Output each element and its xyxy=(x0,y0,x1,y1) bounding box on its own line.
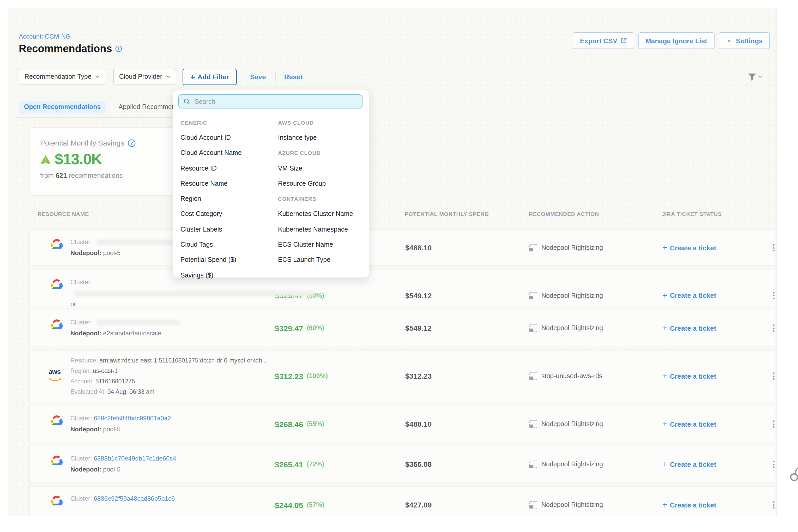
recommendation-type-filter[interactable]: Recommendation Type xyxy=(19,69,106,84)
gcp-cloud-icon xyxy=(51,495,62,508)
redacted-cluster-name xyxy=(97,240,185,245)
reset-filter-button[interactable]: Reset xyxy=(284,73,303,81)
create-ticket-link[interactable]: +Create a ticket xyxy=(662,372,716,380)
create-ticket-link[interactable]: +Create a ticket xyxy=(662,460,716,468)
create-ticket-label: Create a ticket xyxy=(670,244,716,252)
info-icon[interactable] xyxy=(115,45,122,52)
recommended-action-cell: stop-unused-aws-rds xyxy=(529,350,662,402)
potential-savings-cell: $244.05(57%) xyxy=(275,487,405,516)
dropdown-filter-option[interactable]: Resource Group xyxy=(278,180,326,187)
savings-value: $312.23 xyxy=(275,372,303,380)
potential-savings-cell: $265.41(72%) xyxy=(275,446,405,482)
create-ticket-label: Create a ticket xyxy=(670,324,716,332)
dropdown-filter-option[interactable]: Potential Spend ($) xyxy=(180,256,236,264)
filter-panel-toggle[interactable] xyxy=(748,73,762,81)
dropdown-filter-option[interactable]: Kubernetes Cluster Name xyxy=(278,210,353,218)
create-ticket-link[interactable]: +Create a ticket xyxy=(662,324,716,332)
action-label: Nodepool Rightsizing xyxy=(542,244,603,251)
recommendation-type-icon xyxy=(529,420,537,428)
recommendations-page: Account: CCM-NG Recommendations Export C… xyxy=(8,8,777,516)
provider-icon-cell: aws xyxy=(30,350,62,402)
dropdown-filter-option[interactable]: Resource ID xyxy=(180,165,217,172)
dropdown-filter-option[interactable]: Kubernetes Namespace xyxy=(278,226,348,233)
action-label: Nodepool Rightsizing xyxy=(542,420,603,428)
plus-icon: + xyxy=(190,72,195,81)
dropdown-filter-option[interactable]: Cluster Labels xyxy=(180,226,222,233)
recommendation-count: 621 xyxy=(56,172,67,179)
savings-percent: (57%) xyxy=(307,501,324,509)
manage-ignore-list-button[interactable]: Manage Ignore List xyxy=(638,32,715,49)
chevron-down-icon xyxy=(95,75,100,78)
table-row: awsResource: arn:aws:rds:us-east-1:51161… xyxy=(29,350,777,402)
cluster-line: Cluster: 6886e92f59a48cad86b5b1c6 xyxy=(71,493,275,505)
cluster-link-fragment[interactable]: or xyxy=(71,300,76,308)
cluster-link[interactable]: 6888b1c70e49db17c1de60c4 xyxy=(94,455,176,462)
dropdown-search[interactable] xyxy=(178,94,362,109)
dropdown-filter-option[interactable]: ECS Launch Type xyxy=(278,256,330,264)
dropdown-filter-option[interactable]: Cloud Account ID xyxy=(180,134,231,141)
help-icon[interactable]: ? xyxy=(128,139,136,147)
plus-icon: + xyxy=(662,420,667,428)
provider-icon-cell xyxy=(30,310,62,346)
add-filter-label: Add Filter xyxy=(198,73,229,81)
dropdown-filter-option[interactable]: Resource Name xyxy=(180,180,228,187)
spend-value: $488.10 xyxy=(405,244,432,252)
spend-value: $488.10 xyxy=(405,420,432,428)
dropdown-filter-option[interactable]: Instance type xyxy=(278,134,317,141)
monthly-spend-cell: $366.08 xyxy=(405,446,529,482)
chevron-down-icon xyxy=(758,75,762,78)
dropdown-filter-option[interactable]: VM Size xyxy=(278,165,302,172)
provider-icon-cell xyxy=(30,487,62,516)
provider-icon-cell xyxy=(30,446,62,482)
recommended-action-cell: Nodepool Rightsizing xyxy=(529,446,662,482)
create-ticket-link[interactable]: +Create a ticket xyxy=(662,420,716,428)
nodepool-line: Nodepool: e2standar4autoscale xyxy=(71,328,275,339)
resource-detail-line: Resource: arn:aws:rds:us-east-1:51161680… xyxy=(71,355,275,366)
dropdown-filter-option[interactable]: Region xyxy=(180,195,201,202)
account-breadcrumb[interactable]: Account: CCM-NG xyxy=(19,33,71,40)
dropdown-section-header: AWS CLOUD xyxy=(278,119,314,126)
dropdown-search-input[interactable] xyxy=(193,97,357,106)
add-filter-button[interactable]: + Add Filter xyxy=(183,69,237,85)
dropdown-filter-option[interactable]: Cloud Account Name xyxy=(180,149,242,156)
jira-ticket-cell: +Create a ticket xyxy=(662,406,768,442)
resource-name-cell: Resource: arn:aws:rds:us-east-1:51161680… xyxy=(62,350,275,402)
create-ticket-label: Create a ticket xyxy=(670,420,716,428)
dropdown-filter-option[interactable]: Savings ($) xyxy=(180,271,213,279)
chat-bubbles-icon xyxy=(789,466,798,484)
create-ticket-label: Create a ticket xyxy=(670,291,716,299)
save-filter-button[interactable]: Save xyxy=(250,73,266,81)
cluster-link[interactable]: 688c2fefc84fbdc99801a0a2 xyxy=(94,415,171,422)
chat-help-bubble[interactable] xyxy=(789,466,798,487)
action-label: Nodepool Rightsizing xyxy=(542,324,603,332)
resource-name-cell: Cluster: Nodepool: e2standar4autoscale xyxy=(62,310,275,346)
gcp-cloud-icon xyxy=(51,239,62,251)
page-title-text: Recommendations xyxy=(19,43,112,55)
funnel-icon xyxy=(748,73,756,81)
table-header: RESOURCE NAME POTENTIAL MONTHLY SPEND RE… xyxy=(29,211,777,218)
cluster-link[interactable]: 6886e92f59a48cad86b5b1c6 xyxy=(94,495,175,502)
potential-savings-cell: $329.47(60%) xyxy=(275,310,405,346)
resource-detail-line: Evaluated At: 04 Aug, 06:33 am xyxy=(71,386,275,397)
spend-value: $549.12 xyxy=(405,324,432,332)
settings-button[interactable]: Settings xyxy=(719,32,770,49)
potential-savings-cell: $268.46(55%) xyxy=(275,406,405,442)
filter-bar: Recommendation Type Cloud Provider + Add… xyxy=(19,65,776,88)
savings-subtext: from 621 recommendations xyxy=(40,172,123,179)
dropdown-filter-option[interactable]: Cloud Tags xyxy=(180,241,213,248)
export-csv-button[interactable]: Export CSV xyxy=(573,32,634,49)
create-ticket-link[interactable]: +Create a ticket xyxy=(662,244,716,252)
gcp-cloud-icon xyxy=(51,319,62,331)
create-ticket-link[interactable]: +Create a ticket xyxy=(662,291,716,300)
dropdown-generic-column: GENERICCloud Account IDCloud Account Nam… xyxy=(180,115,274,283)
table-row: Cluster: 688c2fefc84fbdc99801a0a2Nodepoo… xyxy=(29,406,777,442)
tab-open-recommendations[interactable]: Open Recommendations xyxy=(19,101,106,114)
svg-text:?: ? xyxy=(130,140,133,146)
dropdown-filter-option[interactable]: ECS Cluster Name xyxy=(278,241,333,248)
cloud-provider-filter[interactable]: Cloud Provider xyxy=(113,69,176,84)
dropdown-filter-option[interactable]: Cost Category xyxy=(180,210,222,218)
provider-icon-cell xyxy=(30,230,62,265)
action-label: Nodepool Rightsizing xyxy=(542,460,603,468)
plus-icon: + xyxy=(662,324,667,332)
create-ticket-link[interactable]: +Create a ticket xyxy=(662,501,716,509)
